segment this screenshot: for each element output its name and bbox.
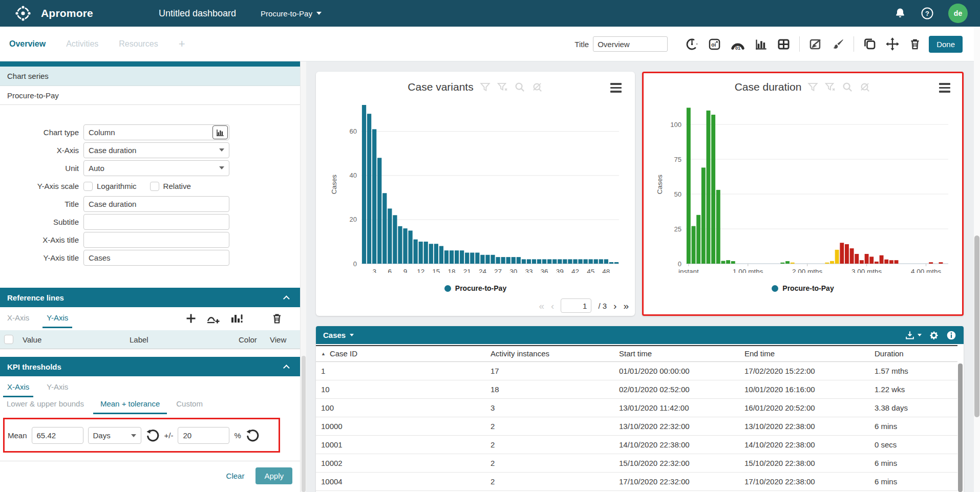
table-row[interactable]: 101802/01/2020 02:52:0010/01/2020 16:16:…: [316, 380, 957, 398]
delete-reference-icon[interactable]: [271, 312, 283, 325]
help-icon[interactable]: ?: [921, 7, 934, 20]
table-header-bar: Cases: [316, 326, 964, 344]
send-to-editor-icon[interactable]: [808, 37, 822, 51]
donut-chart-icon[interactable]: [685, 37, 699, 51]
notifications-bell-icon[interactable]: [894, 7, 906, 19]
table-cell: 0 secs: [875, 435, 957, 454]
apromore-logo-icon: [14, 5, 32, 22]
x-axis-title-input[interactable]: [83, 232, 229, 248]
column-duration[interactable]: Duration: [875, 346, 957, 361]
delete-icon[interactable]: [908, 37, 922, 51]
prev-page-icon[interactable]: ‹: [551, 301, 554, 311]
table-cell: 01/01/2020 00:00:00: [619, 361, 744, 380]
add-tab-button[interactable]: +: [179, 37, 185, 51]
column-activity-instances[interactable]: Activity instances: [491, 346, 619, 361]
kpi-mode-mean-tolerance[interactable]: Mean + tolerance: [93, 399, 167, 414]
chart-legend[interactable]: Procure-to-Pay: [644, 284, 962, 292]
table-row[interactable]: 100313/01/2020 11:42:0016/01/2020 20:52:…: [316, 398, 957, 417]
col-label: Label: [130, 335, 148, 344]
kpi-mode-bounds[interactable]: Lower & upper bounds: [7, 399, 84, 414]
mean-value-input[interactable]: [32, 427, 83, 444]
reference-lines-header[interactable]: Reference lines: [0, 288, 300, 307]
chart-menu-icon[interactable]: [610, 83, 622, 93]
reset-zoom-icon[interactable]: [859, 81, 871, 93]
unit-select[interactable]: [83, 160, 229, 176]
add-bar-reference-icon[interactable]: [230, 312, 244, 325]
chevron-down-icon: [219, 166, 224, 169]
copy-icon[interactable]: [863, 37, 877, 51]
zoom-icon[interactable]: [842, 81, 854, 93]
reset-tolerance-icon[interactable]: [246, 429, 260, 442]
kpi-mode-custom[interactable]: Custom: [176, 399, 203, 414]
kpi-tab-y-axis[interactable]: Y-Axis: [47, 382, 68, 397]
chart-type-picker-icon[interactable]: [212, 125, 228, 139]
chart-legend[interactable]: Procure-to-Pay: [316, 284, 635, 292]
page-scrollbar[interactable]: [974, 27, 980, 492]
first-page-icon[interactable]: «: [539, 301, 545, 311]
table-scrollbar[interactable]: [958, 363, 963, 492]
ref-tab-x-axis[interactable]: X-Axis: [7, 313, 29, 328]
number-card-icon[interactable]: oi: [708, 37, 721, 51]
apply-button[interactable]: Apply: [255, 467, 292, 484]
last-page-icon[interactable]: »: [623, 301, 629, 311]
remove-filter-icon[interactable]: [824, 81, 836, 93]
gauge-icon[interactable]: 01: [730, 37, 745, 51]
widget-title-input[interactable]: [593, 36, 668, 52]
col-view: View: [270, 335, 286, 344]
x-axis-select[interactable]: [83, 142, 229, 158]
table-icon[interactable]: [777, 37, 791, 51]
bar-chart-icon[interactable]: [754, 37, 768, 51]
chevron-down-icon: [918, 334, 922, 336]
table-row[interactable]: 10002215/10/2020 22:32:0015/10/2020 22:3…: [316, 454, 957, 472]
tab-activities[interactable]: Activities: [66, 39, 98, 49]
chart-title-input[interactable]: [83, 196, 229, 212]
chart-type-input[interactable]: [83, 124, 229, 140]
table-type-dropdown[interactable]: Cases: [323, 331, 354, 339]
ref-tab-y-axis[interactable]: Y-Axis: [42, 313, 72, 328]
table-row[interactable]: 11701/01/2020 00:00:0017/02/2020 15:22:0…: [316, 361, 957, 380]
download-icon[interactable]: [904, 330, 922, 341]
user-avatar[interactable]: de: [948, 4, 968, 23]
brush-icon[interactable]: [831, 37, 845, 51]
subtitle-input[interactable]: [83, 214, 229, 230]
table-row[interactable]: 10004217/10/2020 22:32:0017/10/2020 22:3…: [316, 472, 957, 490]
table-cell: 10004: [316, 472, 491, 490]
tab-resources[interactable]: Resources: [119, 39, 158, 49]
tab-overview[interactable]: Overview: [9, 39, 46, 49]
y-axis-title-input[interactable]: [83, 250, 229, 266]
table-row[interactable]: 10000213/10/2020 22:32:0013/10/2020 22:3…: [316, 417, 957, 435]
svg-text:15: 15: [432, 268, 440, 273]
reset-zoom-icon[interactable]: [531, 81, 543, 93]
clear-button[interactable]: Clear: [226, 472, 245, 480]
info-icon[interactable]: [946, 330, 956, 340]
svg-text:3.00 mths: 3.00 mths: [851, 268, 882, 273]
chart-menu-icon[interactable]: [939, 83, 950, 93]
svg-text:4.00 mths: 4.00 mths: [911, 268, 942, 273]
filter-icon[interactable]: [807, 81, 819, 93]
relative-checkbox[interactable]: [150, 182, 159, 191]
select-all-checkbox[interactable]: [4, 335, 13, 344]
kpi-tab-x-axis[interactable]: X-Axis: [3, 382, 33, 397]
zoom-icon[interactable]: [514, 81, 526, 93]
add-reference-line-icon[interactable]: [185, 312, 197, 325]
column-case-id[interactable]: ▲Case ID: [316, 346, 491, 361]
table-row[interactable]: 10001214/10/2020 22:38:0014/10/2020 22:3…: [316, 435, 957, 454]
remove-filter-icon[interactable]: [497, 81, 508, 93]
done-button[interactable]: Done: [929, 36, 963, 53]
page-number-input[interactable]: [561, 298, 591, 313]
logarithmic-checkbox[interactable]: [83, 182, 93, 191]
log-selector-dropdown[interactable]: Procure-to-Pay: [261, 9, 322, 18]
sidebar-scrollbar[interactable]: [300, 61, 306, 492]
chart-series-item[interactable]: Procure-to-Pay: [0, 86, 300, 105]
next-page-icon[interactable]: ›: [613, 301, 616, 311]
tolerance-input[interactable]: [178, 427, 229, 444]
filter-icon[interactable]: [479, 81, 491, 93]
page-total: / 3: [598, 302, 607, 310]
move-icon[interactable]: [885, 37, 900, 51]
settings-gear-icon[interactable]: [929, 330, 939, 340]
add-curve-reference-icon[interactable]: [206, 312, 221, 325]
column-start-time[interactable]: Start time: [619, 346, 744, 361]
kpi-thresholds-header[interactable]: KPI thresholds: [0, 357, 300, 376]
column-end-time[interactable]: End time: [744, 346, 875, 361]
reset-mean-icon[interactable]: [146, 429, 160, 442]
